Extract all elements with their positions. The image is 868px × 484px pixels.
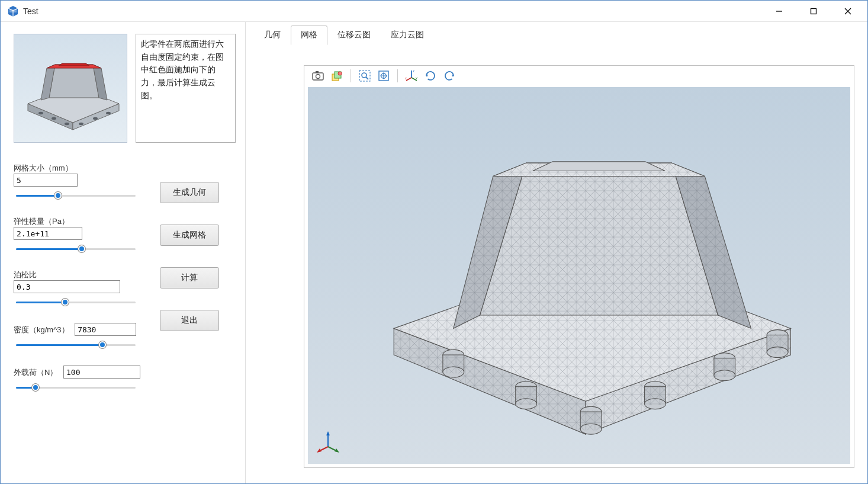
elastic-modulus-input[interactable] — [14, 227, 82, 240]
svg-point-21 — [106, 112, 111, 114]
app-body: 此零件在两底面进行六自由度固定约束，在图中红色面施加向下的力，最后计算生成云图。… — [1, 22, 867, 483]
elastic-modulus-label: 弹性模量（Pa） — [14, 216, 69, 227]
viewport-toolbar: zxy — [304, 66, 854, 87]
svg-marker-54 — [533, 162, 665, 171]
svg-rect-76 — [645, 385, 666, 405]
svg-rect-73 — [443, 354, 464, 374]
tab-mesh[interactable]: 网格 — [291, 25, 327, 45]
left-pane: 此零件在两底面进行六自由度固定约束，在图中红色面施加向下的力，最后计算生成云图。… — [1, 22, 246, 483]
part-thumbnail — [14, 34, 127, 143]
mesh-size-input[interactable] — [14, 174, 78, 187]
mesh-size-slider[interactable] — [14, 191, 138, 200]
maximize-button[interactable] — [796, 1, 831, 22]
tab-displacement[interactable]: 位移云图 — [327, 25, 381, 45]
svg-rect-28 — [359, 70, 370, 81]
compute-button[interactable]: 计算 — [160, 267, 219, 289]
mesh-size-label: 网格大小（mm） — [14, 163, 73, 174]
app-title: Test — [23, 7, 38, 16]
svg-marker-11 — [49, 65, 99, 98]
density-slider[interactable] — [14, 341, 138, 349]
svg-marker-84 — [335, 448, 339, 453]
elastic-modulus-slider[interactable] — [14, 245, 138, 253]
svg-marker-82 — [317, 448, 322, 453]
svg-marker-15 — [59, 63, 89, 66]
rotate-cw-icon[interactable] — [422, 68, 439, 84]
svg-line-34 — [406, 78, 412, 81]
svg-rect-75 — [580, 411, 602, 431]
param-external-load: 外载荷（N） — [14, 366, 141, 392]
titlebar: Test — [1, 1, 867, 22]
density-input[interactable] — [75, 323, 136, 336]
param-poisson-ratio: 泊松比 — [14, 270, 141, 306]
svg-rect-5 — [811, 8, 816, 14]
svg-line-30 — [366, 77, 368, 79]
exit-button[interactable]: 退出 — [160, 310, 219, 331]
button-column: 生成几何 生成网格 计算 退出 — [160, 163, 219, 392]
window-controls — [762, 1, 865, 22]
zoom-window-icon[interactable] — [356, 68, 374, 84]
svg-rect-78 — [767, 334, 788, 354]
axis-icon[interactable]: zxy — [403, 68, 420, 84]
tab-geometry[interactable]: 几何 — [254, 25, 291, 45]
parameter-column: 网格大小（mm） 弹性模量（Pa） 泊松比 — [14, 163, 141, 392]
param-mesh-size: 网格大小（mm） — [14, 163, 141, 200]
svg-text:y: y — [416, 76, 417, 79]
generate-mesh-button[interactable]: 生成网格 — [160, 225, 219, 246]
3d-viewport[interactable] — [308, 87, 850, 464]
poisson-ratio-input[interactable] — [14, 280, 120, 293]
minimize-button[interactable] — [762, 1, 796, 22]
svg-point-16 — [38, 112, 43, 114]
svg-rect-77 — [714, 357, 735, 377]
right-pane: 几何 网格 位移云图 应力云图 — [246, 22, 867, 483]
generate-geometry-button[interactable]: 生成几何 — [160, 182, 219, 203]
param-density: 密度（kg/m^3） — [14, 323, 141, 349]
external-load-label: 外载荷（N） — [14, 367, 57, 378]
density-label: 密度（kg/m^3） — [14, 325, 69, 335]
svg-text:z: z — [413, 69, 414, 73]
svg-text:x: x — [405, 76, 407, 80]
camera-icon[interactable] — [309, 68, 327, 84]
axis-triad-icon — [316, 430, 340, 456]
app-icon — [7, 5, 20, 18]
svg-point-29 — [362, 73, 367, 78]
svg-point-18 — [65, 123, 69, 125]
external-load-input[interactable] — [63, 366, 140, 379]
svg-rect-74 — [516, 385, 537, 405]
app-window: Test — [0, 0, 868, 484]
svg-point-27 — [338, 72, 342, 75]
external-load-slider[interactable] — [14, 383, 138, 392]
fit-view-icon[interactable] — [375, 68, 393, 84]
svg-rect-24 — [316, 71, 319, 73]
description-box: 此零件在两底面进行六自由度固定约束，在图中红色面施加向下的力，最后计算生成云图。 — [136, 34, 236, 143]
close-button[interactable] — [831, 1, 865, 22]
svg-marker-80 — [326, 431, 330, 435]
rotate-ccw-icon[interactable] — [441, 68, 458, 84]
param-elastic-modulus: 弹性模量（Pa） — [14, 216, 141, 253]
poisson-ratio-slider[interactable] — [14, 298, 138, 306]
svg-point-17 — [52, 117, 56, 120]
tab-bar: 几何 网格 位移云图 应力云图 — [246, 22, 867, 45]
tab-stress[interactable]: 应力云图 — [381, 25, 434, 45]
poisson-ratio-label: 泊松比 — [14, 270, 37, 280]
viewport-frame: zxy — [304, 65, 854, 468]
svg-point-20 — [93, 117, 98, 120]
stack-icon[interactable] — [328, 68, 346, 84]
svg-point-23 — [316, 75, 320, 79]
svg-point-19 — [79, 123, 83, 125]
